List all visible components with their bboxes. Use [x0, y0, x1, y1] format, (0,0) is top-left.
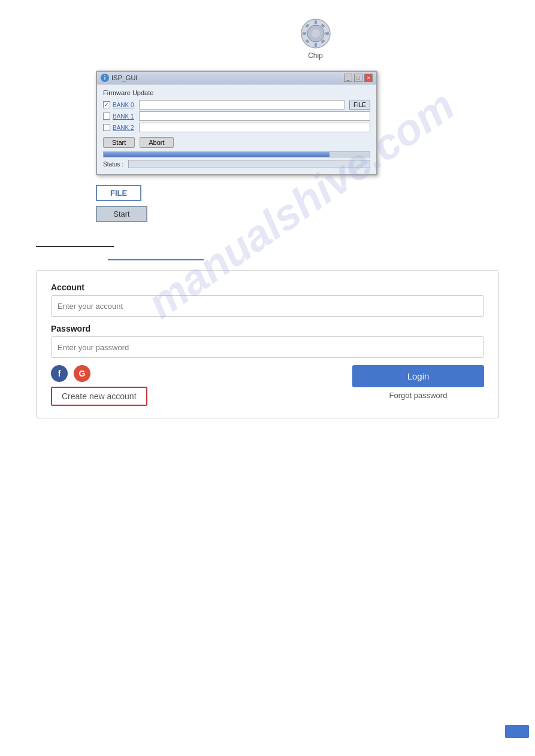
isp-title-left: i ISP_GUI [101, 74, 137, 82]
isp-window: i ISP_GUI _ □ ✕ Firmware Update BANK 0 F… [96, 71, 377, 175]
forgot-password-link[interactable]: Forgot password [389, 391, 448, 400]
minimize-btn[interactable]: _ [344, 74, 352, 82]
social-icons: f G [51, 365, 90, 382]
bank0-label: BANK 0 [113, 102, 137, 108]
start-big-button[interactable]: Start [96, 206, 147, 222]
close-btn[interactable]: ✕ [364, 74, 373, 82]
bank1-input[interactable] [139, 111, 370, 121]
bank0-checkbox[interactable] [103, 101, 110, 108]
password-input[interactable] [51, 336, 484, 358]
password-label: Password [51, 324, 484, 333]
svg-point-2 [312, 29, 320, 38]
create-account-button[interactable]: Create new account [51, 387, 147, 406]
login-bottom: f G Create new account Login Forgot pass… [51, 365, 484, 406]
facebook-icon[interactable]: f [51, 365, 68, 382]
bank0-input[interactable] [139, 100, 344, 110]
bank2-label: BANK 2 [113, 125, 137, 131]
google-icon[interactable]: G [74, 365, 90, 382]
account-form-group: Account [51, 283, 484, 317]
section-divider [36, 246, 114, 247]
chip-area: Chip [96, 0, 535, 60]
bank2-row: BANK 2 [103, 123, 370, 132]
status-value-box [128, 160, 370, 168]
isp-body: Firmware Update BANK 0 FILE BANK 1 BANK … [97, 84, 376, 174]
chip-label: Chip [308, 51, 323, 60]
login-actions: Login Forgot password [352, 365, 484, 400]
isp-title-text: ISP_GUI [111, 74, 137, 81]
bank1-row: BANK 1 [103, 111, 370, 121]
file-big-button[interactable]: FILE [96, 185, 141, 201]
status-label: Status : [103, 161, 123, 168]
isp-titlebar: i ISP_GUI _ □ ✕ [97, 72, 376, 84]
maximize-btn[interactable]: □ [354, 74, 362, 82]
bank1-checkbox[interactable] [103, 113, 110, 120]
svg-rect-6 [325, 32, 329, 35]
isp-title-icon: i [101, 74, 109, 82]
account-label: Account [51, 283, 484, 292]
account-input[interactable] [51, 295, 484, 317]
isp-start-button[interactable]: Start [103, 137, 135, 148]
progress-bar-fill [104, 152, 330, 157]
isp-window-container: i ISP_GUI _ □ ✕ Firmware Update BANK 0 F… [96, 71, 377, 222]
isp-title-controls: _ □ ✕ [344, 74, 373, 82]
chip-icon [300, 18, 331, 49]
svg-rect-4 [315, 43, 317, 47]
password-form-group: Password [51, 324, 484, 358]
social-area: f G Create new account [51, 365, 147, 406]
file-start-area: FILE Start [96, 185, 377, 222]
file-button[interactable]: FILE [349, 101, 370, 110]
bank2-checkbox[interactable] [103, 124, 110, 131]
login-card: Account Password f G Create new account … [36, 270, 499, 418]
svg-rect-5 [303, 32, 306, 35]
firmware-update-label: Firmware Update [103, 89, 370, 96]
tab-underline [108, 259, 204, 260]
bank1-label: BANK 1 [113, 113, 137, 120]
svg-rect-3 [315, 20, 317, 24]
bank0-row: BANK 0 FILE [103, 100, 370, 110]
isp-abort-button[interactable]: Abort [140, 137, 173, 148]
isp-buttons: Start Abort [103, 137, 370, 148]
status-row: Status : [103, 160, 370, 168]
bottom-right-rectangle [505, 725, 529, 738]
progress-bar [103, 151, 370, 157]
login-section: Account Password f G Create new account … [36, 270, 499, 418]
login-button[interactable]: Login [352, 365, 484, 387]
bank2-input[interactable] [139, 123, 370, 132]
